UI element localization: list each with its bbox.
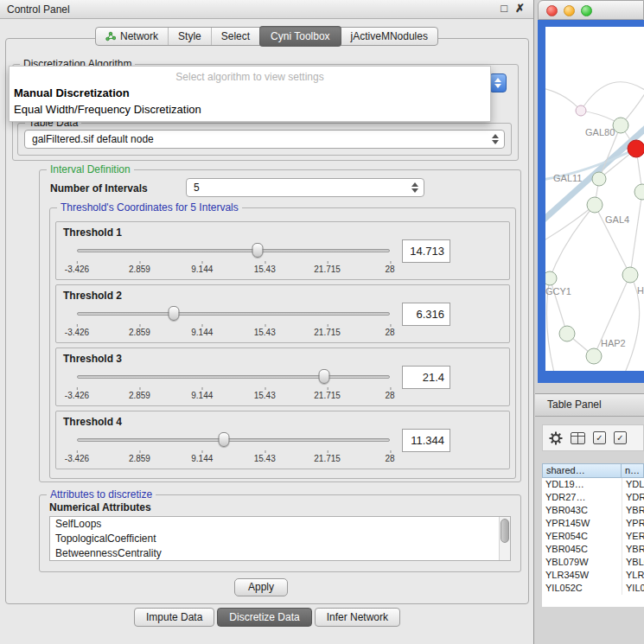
slider-thumb[interactable] [318,369,329,384]
gear-icon[interactable] [549,431,563,445]
attribute-item-betweennesscentrality[interactable]: BetweennessCentrality [50,546,510,561]
tab-select-label: Select [221,30,250,42]
scale-label: 2.859 [129,454,150,463]
network-svg[interactable]: GAL80GAL11GAL4GCY1HAP2H [545,27,644,371]
table-cell-name[interactable]: YLR3… [622,569,644,582]
tab-network[interactable]: Network [96,28,168,45]
network-edge[interactable] [581,82,644,111]
table-cell-shared-name[interactable]: YBL079W [542,556,622,569]
table-panel-title: Table Panel [547,399,602,411]
table-row[interactable]: YPR145W YPR1… [542,517,644,530]
table-header-row: shared… n… [542,463,644,478]
table-cell-name[interactable]: YBL0… [622,556,644,569]
network-node[interactable] [576,105,586,116]
network-node[interactable] [586,348,602,364]
table-cell-name[interactable]: YDR2… [622,491,644,504]
table-row[interactable]: YLR345W YLR3… [542,569,644,582]
minimize-button[interactable] [564,5,575,16]
tab-impute-data[interactable]: Impute Data [134,608,214,627]
tab-style[interactable]: Style [168,28,211,45]
table-data-combobox[interactable]: galFiltered.sif default node [24,130,505,149]
table-row[interactable]: YBR045C YBR0… [542,543,644,556]
close-window-icon[interactable]: ✗ [515,2,525,15]
table-cell-name[interactable]: YPR1… [622,517,644,530]
attributes-list-scrollbar[interactable] [499,517,510,560]
close-button[interactable] [546,5,558,16]
tab-select[interactable]: Select [211,28,259,45]
select-all-icon[interactable]: ✓ [593,431,606,444]
network-node[interactable] [634,184,644,200]
network-node[interactable] [587,197,603,213]
slider-track[interactable] [77,438,390,442]
network-node[interactable] [545,271,557,285]
threshold-3-value-field[interactable]: 21.4 [402,366,450,389]
popup-option-manual-discretization[interactable]: Manual Discretization [10,85,490,101]
table-cell-shared-name[interactable]: YLR345W [542,569,622,582]
network-node[interactable] [622,267,638,283]
table-cell-shared-name[interactable]: YPR145W [542,517,622,530]
table-row[interactable]: YIL052C YIL0… [542,582,644,595]
network-node[interactable] [592,172,606,186]
slider-thumb[interactable] [219,432,230,447]
table-cell-shared-name[interactable]: YDR27… [542,491,622,504]
slider-track[interactable] [77,375,390,379]
interval-definition-group-title: Interval Definition [47,163,134,175]
scale-label: 28 [385,328,394,337]
threshold-1-slider[interactable] [77,243,390,258]
columns-icon[interactable] [571,432,585,444]
table-cell-shared-name[interactable]: YBR043C [542,504,622,517]
column-header-shared-name[interactable]: shared… [542,463,622,478]
network-edge[interactable] [630,192,642,275]
select-rows-icon[interactable]: ✓ [614,431,627,444]
slider-thumb[interactable] [169,306,180,321]
algorithm-combobox-stepper[interactable] [489,73,507,92]
table-cell-name[interactable]: YDL1… [622,478,644,491]
table-cell-name[interactable]: YER0… [622,530,644,543]
network-node[interactable] [613,118,628,133]
popup-option-equal-width-frequency[interactable]: Equal Width/Frequency Discretization [10,101,490,118]
network-edge[interactable] [550,205,595,278]
network-node[interactable] [628,140,644,157]
attribute-item-topologicalcoefficient[interactable]: TopologicalCoefficient [50,532,510,546]
network-node-label: GAL11 [553,173,582,183]
tab-infer-network[interactable]: Infer Network [315,608,400,627]
apply-button[interactable]: Apply [234,578,288,596]
zoom-button[interactable] [581,5,592,16]
table-row[interactable]: YER054C YER0… [542,530,644,543]
float-window-icon[interactable]: □ [501,2,507,15]
table-row[interactable]: YBR043C YBR0… [542,504,644,517]
table-cell-name[interactable]: YBR0… [622,504,644,517]
network-node[interactable] [559,326,575,341]
column-header-name[interactable]: n… [622,463,644,478]
threshold-4-slider[interactable] [77,432,390,448]
tab-discretize-data[interactable]: Discretize Data [217,608,311,627]
network-canvas[interactable]: GAL80GAL11GAL4GCY1HAP2H [545,27,644,371]
slider-track[interactable] [77,249,390,252]
threshold-2-slider[interactable] [77,306,390,322]
number-of-intervals-combobox[interactable]: 5 [186,178,424,197]
tab-cyni-toolbox[interactable]: Cyni Toolbox [259,26,341,47]
threshold-4-scale: -3.426 2.859 9.144 15.43 21.715 28 [77,451,390,463]
threshold-3-scale: -3.426 2.859 9.144 15.43 21.715 28 [77,388,390,400]
slider-track[interactable] [77,312,390,316]
tab-jactivemnodules[interactable]: jActiveMNodules [341,28,437,45]
threshold-2-value-field[interactable]: 6.316 [402,303,450,326]
threshold-3-slider[interactable] [77,369,390,385]
network-edge[interactable] [545,87,581,111]
network-window-titlebar [538,0,644,20]
table-row[interactable]: YBL079W YBL0… [542,556,644,569]
threshold-4-value-field[interactable]: 11.344 [402,429,450,452]
attribute-item-selfloops[interactable]: SelfLoops [50,517,510,532]
scrollbar-thumb[interactable] [501,519,509,543]
scale-label: 2.859 [129,391,150,400]
table-cell-name[interactable]: YBR0… [622,543,644,556]
table-cell-shared-name[interactable]: YBR045C [542,543,622,556]
table-cell-name[interactable]: YIL0… [622,582,644,595]
table-row[interactable]: YDL19… YDL1… [542,478,644,491]
slider-thumb[interactable] [252,243,263,258]
table-row[interactable]: YDR27… YDR2… [542,491,644,504]
table-cell-shared-name[interactable]: YER054C [542,530,622,543]
threshold-1-value-field[interactable]: 14.713 [402,239,450,263]
table-cell-shared-name[interactable]: YDL19… [542,478,622,491]
table-cell-shared-name[interactable]: YIL052C [542,582,622,595]
